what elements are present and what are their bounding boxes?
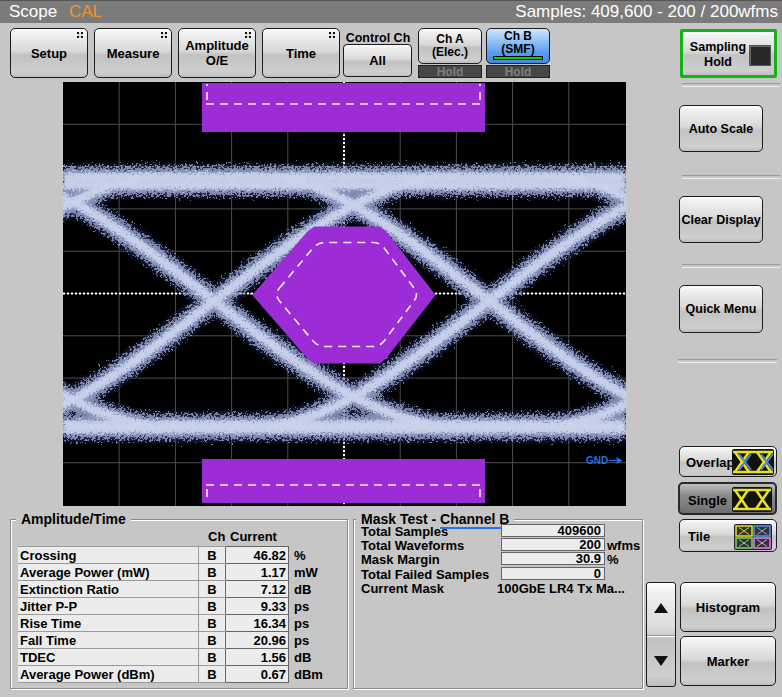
- svg-text:GND: GND: [586, 455, 608, 466]
